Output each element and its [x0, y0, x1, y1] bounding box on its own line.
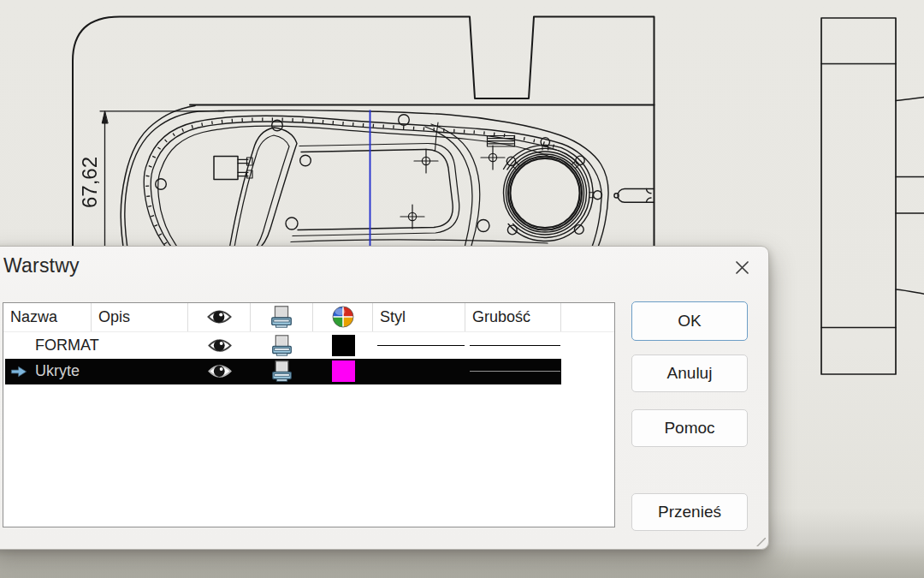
layer-visibility-toggle[interactable]	[188, 359, 251, 384]
layer-row-format[interactable]: FORMAT	[3, 332, 614, 359]
printer-icon	[272, 361, 292, 382]
layer-extra-cell	[561, 359, 614, 384]
layer-description	[92, 359, 188, 384]
visibility-eye-icon	[208, 364, 232, 378]
layer-description	[92, 332, 188, 359]
layer-thickness-line	[470, 371, 560, 372]
layer-thickness-cell[interactable]	[465, 359, 561, 384]
layer-print-toggle[interactable]	[251, 332, 313, 359]
layer-row-ukryte[interactable]: Ukryte	[3, 359, 614, 384]
anuluj-button[interactable]: Anuluj	[631, 355, 748, 392]
column-header-styl[interactable]: Styl	[373, 303, 465, 331]
speaker-circles	[504, 138, 602, 241]
dimension-label: 67,62	[78, 157, 101, 208]
layer-extra-cell	[561, 332, 614, 359]
resize-grip[interactable]	[755, 536, 766, 546]
printer-icon	[271, 306, 292, 328]
column-header-grubosc[interactable]: Grubość	[465, 303, 561, 331]
layer-style-line	[377, 345, 465, 346]
part-side-view	[821, 18, 924, 374]
layer-style-cell[interactable]	[373, 359, 465, 384]
dialog-title: Warstwy	[3, 254, 80, 277]
printer-icon	[272, 335, 292, 356]
layers-table-header: Nazwa Opis	[3, 303, 614, 332]
connector-symbol	[214, 157, 252, 180]
layer-visibility-toggle[interactable]	[188, 332, 251, 359]
visibility-eye-icon	[208, 338, 232, 353]
color-wheel-icon	[332, 306, 354, 328]
screenshot-stage: 67,62 Warstwy Nazwa Opis	[0, 0, 924, 578]
column-header-extra[interactable]	[561, 303, 614, 331]
pin-detail	[614, 189, 654, 203]
layer-thickness-cell[interactable]	[465, 332, 561, 359]
dimension-67-62	[102, 111, 108, 246]
layer-name: FORMAT	[3, 332, 92, 359]
layer-color-swatch-cell[interactable]	[313, 359, 373, 384]
layer-color-swatch-cell[interactable]	[313, 332, 373, 359]
column-header-print[interactable]	[251, 303, 313, 331]
layer-thickness-line	[470, 345, 560, 346]
ok-button[interactable]: OK	[631, 301, 748, 341]
column-header-nazwa[interactable]: Nazwa	[3, 303, 92, 331]
column-header-opis[interactable]: Opis	[92, 303, 188, 331]
pomoc-button[interactable]: Pomoc	[631, 409, 748, 447]
layer-style-cell[interactable]	[373, 332, 465, 359]
layer-color-swatch	[332, 335, 355, 356]
x-icon	[736, 261, 749, 274]
layer-color-swatch	[332, 361, 355, 382]
layers-dialog: Warstwy Nazwa Opis	[0, 246, 769, 550]
column-header-color[interactable]	[313, 303, 373, 331]
layer-name: Ukryte	[3, 359, 92, 384]
handle-band	[229, 128, 297, 250]
przenies-button[interactable]: Przenieś	[631, 493, 748, 531]
layer-print-toggle[interactable]	[251, 359, 313, 384]
visibility-eye-icon	[207, 309, 232, 325]
rim-tick-hatching	[147, 119, 554, 252]
dialog-close-button[interactable]	[731, 256, 753, 278]
layers-table: Nazwa Opis	[3, 302, 615, 528]
column-header-visibility[interactable]	[188, 303, 251, 331]
